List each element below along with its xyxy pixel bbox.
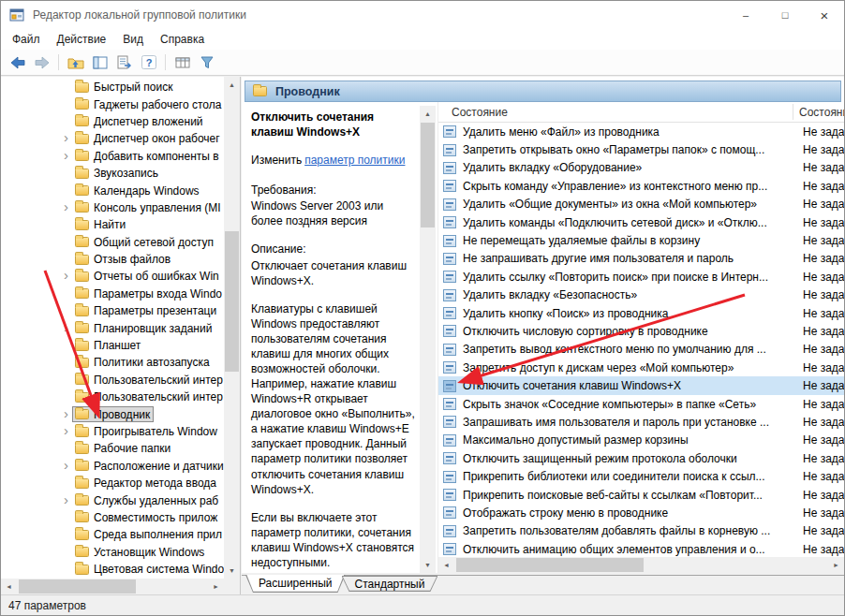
tree-item[interactable]: ›Отчеты об ошибках Win: [1, 268, 224, 285]
tree-item-body[interactable]: Совместимость прилож: [72, 509, 221, 525]
scroll-thumb[interactable]: [225, 231, 239, 372]
policy-row[interactable]: Не запрашивать другие имя пользователя и…: [438, 250, 844, 268]
scroll-thumb[interactable]: [456, 558, 644, 572]
list-horizontal-scrollbar[interactable]: ◄ ►: [438, 557, 844, 573]
tree-item-body[interactable]: Консоль управления (MI: [72, 199, 224, 215]
tree-item[interactable]: ›Расположение и датчики: [1, 458, 224, 475]
tree-horizontal-scrollbar[interactable]: ◄ ►: [1, 579, 224, 594]
description-vertical-scrollbar[interactable]: ▲ ▼: [420, 106, 436, 573]
tree-item[interactable]: ›Планировщик заданий: [1, 319, 224, 336]
expand-chevron-icon[interactable]: ›: [60, 461, 72, 472]
policy-row[interactable]: Скрыть команду «Управление» из контекстн…: [438, 177, 844, 195]
tree-item[interactable]: Редактор метода ввода: [1, 475, 224, 491]
tree-item[interactable]: Параметры входа Windo: [1, 286, 224, 302]
tree-item-body[interactable]: Проигрыватель Window: [72, 424, 221, 440]
tree-item-body[interactable]: Редактор метода ввода: [72, 476, 220, 491]
policy-row[interactable]: Удалить вкладку «Безопасность»Не задана: [438, 286, 844, 304]
policy-row[interactable]: Удалить команды «Подключить сетевой диск…: [438, 213, 844, 231]
scroll-up-icon[interactable]: ▲: [420, 106, 436, 122]
scroll-right-icon[interactable]: ►: [828, 557, 844, 573]
scroll-left-icon[interactable]: ◄: [438, 557, 454, 573]
tree-item[interactable]: Быстрый поиск: [1, 79, 224, 95]
menu-file[interactable]: Файл: [4, 31, 49, 48]
scroll-thumb[interactable]: [19, 579, 136, 594]
expand-chevron-icon[interactable]: ›: [60, 202, 72, 213]
tree-item-body[interactable]: Календарь Windows: [72, 183, 203, 198]
tree-item-body[interactable]: Политики автозапуска: [72, 355, 214, 371]
expand-chevron-icon[interactable]: ›: [60, 495, 72, 506]
tab-extended[interactable]: Расширенный: [245, 575, 346, 593]
policy-row[interactable]: Удалить вкладку «Оборудование»Не задана: [438, 159, 844, 177]
tree-item[interactable]: Гаджеты рабочего стола: [1, 95, 224, 112]
tree-item[interactable]: Пользовательский интер: [1, 389, 224, 405]
tree-item[interactable]: ›Диспетчер окон рабочег: [1, 130, 224, 147]
policy-row[interactable]: Удалить кнопку «Поиск» из проводникаНе з…: [438, 304, 844, 322]
expand-chevron-icon[interactable]: ›: [60, 426, 72, 437]
tree-item[interactable]: Пользовательский интер: [1, 372, 224, 389]
tree-item-body[interactable]: Пользовательский интер: [72, 389, 224, 405]
tree-item[interactable]: ›Консоль управления (MI: [1, 199, 224, 216]
menu-action[interactable]: Действие: [49, 31, 115, 48]
tree-item-body[interactable]: Отчеты об ошибках Win: [72, 269, 223, 285]
tree-item-body[interactable]: Службы удаленных раб: [72, 492, 222, 508]
expand-chevron-icon[interactable]: ›: [60, 151, 72, 162]
filter-icon[interactable]: [196, 52, 217, 73]
tree-item-body[interactable]: Отзыв файлов: [72, 252, 174, 268]
scroll-down-icon[interactable]: ▼: [420, 557, 436, 573]
tree-item[interactable]: Планшет: [1, 337, 224, 354]
expand-chevron-icon[interactable]: ›: [60, 133, 72, 144]
policy-row[interactable]: Отображать строку меню в проводникеНе за…: [438, 504, 844, 521]
tree-item[interactable]: Совместимость прилож: [1, 509, 224, 526]
up-level-icon[interactable]: [65, 52, 86, 73]
tree-item-body[interactable]: Пользовательский интер: [72, 372, 224, 388]
policy-row[interactable]: Прикрепить библиотеки или соединители по…: [438, 467, 844, 485]
column-header-state[interactable]: Состояние: [799, 106, 845, 119]
tree-item-body[interactable]: Общий сетевой доступ: [72, 234, 217, 250]
tree-item-body[interactable]: Расположение и датчики: [72, 458, 224, 474]
policy-row[interactable]: Удалить меню «Файл» из проводникаНе зада…: [438, 123, 844, 140]
close-button[interactable]: ×: [805, 1, 844, 29]
tree-item-body[interactable]: Диспетчер окон рабочег: [72, 131, 224, 147]
tree-item-body[interactable]: Цветовая система Windo: [72, 562, 224, 578]
column-header-setting[interactable]: Состояние: [452, 106, 508, 119]
tree-item-body[interactable]: Параметры презентаци: [72, 303, 220, 319]
tree-item[interactable]: ›Добавить компоненты в: [1, 148, 224, 165]
tree-item-body[interactable]: Планшет: [72, 338, 144, 354]
back-icon[interactable]: [7, 52, 28, 73]
policy-row[interactable]: Отключить защищенный режим протокола обо…: [438, 449, 844, 467]
tree-item[interactable]: Общий сетевой доступ: [1, 234, 224, 251]
expand-chevron-icon[interactable]: ›: [60, 409, 72, 420]
tree-vertical-scrollbar[interactable]: ▲ ▼: [224, 77, 240, 579]
tree-item-body[interactable]: Параметры входа Windo: [72, 286, 224, 301]
policy-row[interactable]: Удалить «Общие документы» из окна «Мой к…: [438, 196, 844, 213]
tree-item[interactable]: Политики автозапуска: [1, 354, 224, 371]
tree-item[interactable]: Звукозапись: [1, 165, 224, 182]
minimize-button[interactable]: –: [726, 1, 765, 29]
export-list-icon[interactable]: [113, 52, 135, 73]
tree-item[interactable]: Цветовая система Windo: [1, 561, 224, 578]
menu-help[interactable]: Справка: [152, 31, 213, 48]
policy-row[interactable]: Отключить сочетания клавиш Windows+XНе з…: [438, 376, 844, 394]
tree-item-body[interactable]: Проводник: [72, 406, 154, 422]
tree-item-body[interactable]: Гаджеты рабочего стола: [72, 96, 224, 112]
menu-view[interactable]: Вид: [114, 31, 152, 48]
tree-item-body[interactable]: Диспетчер вложений: [72, 113, 207, 129]
tree-item[interactable]: ›Службы удаленных раб: [1, 491, 224, 508]
tree-item-body[interactable]: Добавить компоненты в: [72, 148, 223, 164]
policy-row[interactable]: Прикрепить поисковые веб-сайты к ссылкам…: [438, 486, 844, 504]
scroll-up-icon[interactable]: ▲: [224, 77, 240, 93]
policy-row[interactable]: Скрыть значок «Соседние компьютеры» в па…: [438, 395, 844, 413]
tree-item-body[interactable]: Среда выполнения прил: [72, 527, 224, 543]
policy-row[interactable]: Отключить анимацию общих элементов управ…: [438, 540, 844, 557]
scroll-right-icon[interactable]: ►: [208, 579, 224, 594]
tree-item-body[interactable]: Звукозапись: [72, 166, 162, 182]
tree-item[interactable]: ›Проводник: [1, 405, 224, 422]
tree-item[interactable]: Рабочие папки: [1, 440, 224, 457]
scroll-thumb[interactable]: [421, 123, 435, 227]
tree-item[interactable]: Отзыв файлов: [1, 251, 224, 268]
policy-row[interactable]: Отключить числовую сортировку в проводни…: [438, 322, 844, 340]
tree-item-body[interactable]: Установщик Windows: [72, 544, 208, 560]
tree-item[interactable]: Диспетчер вложений: [1, 113, 224, 130]
policy-row[interactable]: Запретить доступ к дискам через «Мой ком…: [438, 359, 844, 376]
tree-item[interactable]: Календарь Windows: [1, 182, 224, 198]
